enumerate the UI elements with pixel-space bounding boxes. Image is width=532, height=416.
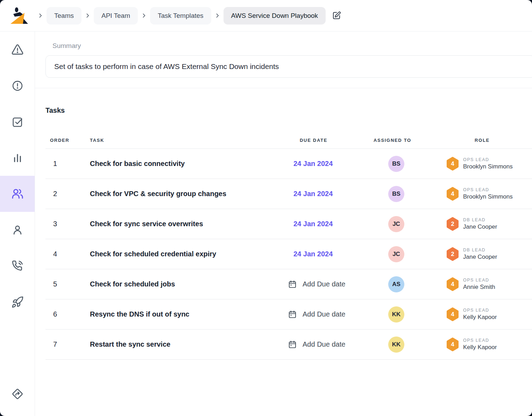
rocket-icon [11,296,24,308]
breadcrumb-chevron-icon [85,13,91,19]
breadcrumb-item-teams[interactable]: Teams [47,7,81,25]
add-due-date-button[interactable]: Add Due date [288,280,345,289]
breadcrumb-chevron-icon [141,13,147,19]
role-person-name: Annie Smith [463,284,495,291]
task-name[interactable]: Check for sync service overwrites [86,220,285,228]
task-name[interactable]: Check for VPC & security group changes [86,190,285,198]
role-cell[interactable]: 2 DB LEAD Jane Cooper [437,217,532,231]
breadcrumb-chevron-icon [214,13,220,19]
due-date-value[interactable]: 24 Jan 2024 [293,160,333,168]
task-order: 5 [45,280,86,288]
sidebar-item-teams[interactable] [0,176,35,212]
add-due-date-button[interactable]: Add Due date [288,340,345,349]
sidebar-item-sign-out[interactable] [0,376,35,412]
task-name[interactable]: Resync the DNS if out of sync [86,310,285,318]
alert-circle-icon [11,79,24,92]
role-badge-number: 4 [447,277,459,291]
due-date-value[interactable]: 24 Jan 2024 [293,190,333,198]
role-cell[interactable]: 4 OPS LEAD Annie Smith [437,277,532,291]
assignee-avatar[interactable]: BS [388,186,404,202]
tasks-section: Tasks ORDER TASK DUE DATE ASSIGNED TO RO… [35,88,532,360]
role-badge-number: 4 [447,157,459,171]
role-badge-icon: 4 [447,277,459,291]
sidebar-item-tasks[interactable] [0,104,35,140]
breadcrumb-chevron-icon [37,13,43,19]
role-label: DB LEAD [463,248,497,252]
task-name[interactable]: Check for scheduled credential expiry [86,250,285,258]
column-header-order: ORDER [45,138,86,143]
role-badge-icon: 2 [447,247,459,261]
table-row: 3 Check for sync service overwrites 24 J… [45,209,532,239]
top-bar: Teams API Team Task Templates AWS Servic… [0,0,532,32]
role-badge-icon: 4 [447,157,459,171]
table-row: 7 Restart the sync service Add Due da [45,330,532,360]
role-cell[interactable]: 4 OPS LEAD Kelly Kapoor [437,307,532,321]
role-cell[interactable]: 2 DB LEAD Jane Cooper [437,247,532,261]
assignee-avatar[interactable]: AS [388,276,404,292]
add-due-date-label: Add Due date [303,340,345,348]
role-label: OPS LEAD [463,278,495,283]
role-person-name: Jane Cooper [463,254,497,261]
assignee-avatar[interactable]: KK [388,306,404,323]
role-cell[interactable]: 4 OPS LEAD Kelly Kapoor [437,338,532,351]
task-order: 3 [45,220,86,228]
role-cell[interactable]: 4 OPS LEAD Brooklyn Simmons [437,187,532,201]
sidebar-item-alerts[interactable] [0,32,35,68]
role-person-name: Brooklyn Simmons [463,163,513,170]
calendar-icon [288,280,297,289]
breadcrumb-item-task-templates[interactable]: Task Templates [150,7,211,25]
tasks-title: Tasks [45,106,532,115]
assignee-avatar[interactable]: KK [388,337,404,353]
oncall-phone-icon [11,260,24,272]
table-row: 5 Check for scheduled jobs Add Due da [45,269,532,299]
due-date-value[interactable]: 24 Jan 2024 [293,250,333,258]
user-icon [11,224,24,236]
add-due-date-label: Add Due date [303,280,345,288]
calendar-icon [288,340,297,349]
summary-label: Summary [52,42,532,50]
edit-playbook-name-button[interactable] [331,9,343,22]
main-content: Summary Tasks ORDER TASK DUE DATE ASSIGN… [35,32,532,416]
warning-triangle-icon [11,43,24,56]
role-badge-icon: 4 [447,187,459,201]
task-order: 4 [45,250,86,258]
breadcrumb-item-api-team[interactable]: API Team [94,7,138,25]
add-due-date-button[interactable]: Add Due date [288,310,345,319]
role-person-name: Kelly Kapoor [463,314,497,321]
task-order: 6 [45,310,86,318]
role-badge-number: 2 [447,247,459,261]
role-label: OPS LEAD [463,308,497,313]
sidebar-item-on-call[interactable] [0,248,35,284]
app-window: Teams API Team Task Templates AWS Servic… [0,0,532,416]
table-row: 1 Check for basic connectivity 24 Jan 20… [45,149,532,179]
due-date-value[interactable]: 24 Jan 2024 [293,220,333,228]
task-name[interactable]: Check for basic connectivity [86,160,285,168]
table-row: 6 Resync the DNS if out of sync Add D [45,299,532,330]
sidebar-item-analytics[interactable] [0,140,35,176]
summary-input[interactable] [45,55,532,78]
task-name[interactable]: Restart the sync service [86,340,285,348]
table-row: 4 Check for scheduled credential expiry … [45,239,532,269]
role-label: OPS LEAD [463,157,513,162]
table-header-row: ORDER TASK DUE DATE ASSIGNED TO ROLE [45,115,532,149]
table-row: 2 Check for VPC & security group changes… [45,179,532,209]
role-label: DB LEAD [463,217,497,222]
role-person-name: Jane Cooper [463,223,497,230]
column-header-role: ROLE [437,138,532,143]
task-name[interactable]: Check for scheduled jobs [86,280,285,288]
assignee-avatar[interactable]: BS [388,156,404,172]
assignee-avatar[interactable]: JC [388,216,404,232]
teams-icon [11,187,24,201]
breadcrumb-item-current-playbook[interactable]: AWS Service Down Playbook [224,7,326,25]
calendar-icon [288,310,297,319]
assignee-avatar[interactable]: JC [388,246,404,262]
task-order: 7 [45,340,86,348]
sidebar-item-getting-started[interactable] [0,284,35,320]
role-cell[interactable]: 4 OPS LEAD Brooklyn Simmons [437,157,532,171]
sidebar-item-users[interactable] [0,212,35,248]
column-header-task: TASK [86,138,285,143]
app-logo[interactable] [10,7,29,25]
sidebar-item-incidents[interactable] [0,68,35,104]
role-label: OPS LEAD [463,338,497,343]
column-header-due-date: DUE DATE [285,138,367,143]
